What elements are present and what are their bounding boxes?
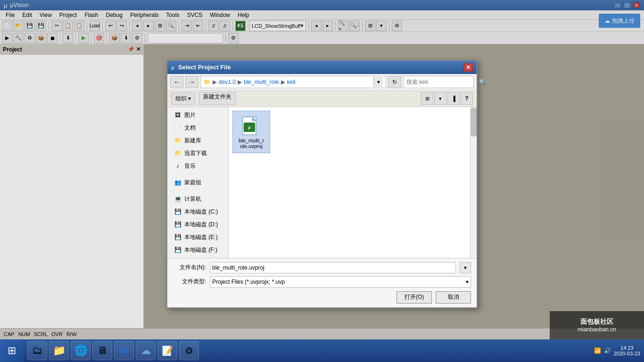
watermark-line1: 面包板社区 [580, 318, 613, 326]
nav-disk-d[interactable]: 💾 本地磁盘 (D:) [167, 218, 228, 231]
nav-disk-f[interactable]: 💾 本地磁盘 (F:) [167, 244, 228, 256]
dialog-footer: 文件名(N): ▾ 文件类型: Project Files (*.uvprojx… [167, 258, 477, 307]
nav-disk-e[interactable]: 💾 本地磁盘 (E:) [167, 231, 228, 244]
screen-icon: 🖥 [97, 345, 107, 357]
scroll-thumb[interactable] [471, 108, 477, 136]
documents-icon: 📄 [174, 124, 182, 132]
start-button[interactable]: ⊞ [0, 339, 24, 362]
dialog-refresh-button[interactable]: ↻ [388, 76, 401, 88]
dialog-search-input[interactable] [406, 79, 477, 85]
taskbar-writer[interactable]: 📝 [157, 341, 177, 360]
taskbar-screen[interactable]: 🖥 [92, 341, 112, 360]
file-dialog: μ Select Project File ✕ ← → 📁 ▶ dev1.0 ▶… [166, 60, 478, 308]
dialog-overlay: μ Select Project File ✕ ← → 📁 ▶ dev1.0 ▶… [0, 0, 644, 339]
dialog-help-button[interactable]: ? [461, 92, 473, 105]
dialog-keil-icon: μ [171, 65, 174, 70]
newlib-icon: 📁 [174, 137, 182, 144]
dialog-action-buttons: 打开(O) 取消 [173, 291, 471, 304]
dialog-back-button[interactable]: ← [170, 76, 183, 88]
nav-newlib-label: 新建库 [184, 137, 201, 145]
taskbar-settings[interactable]: ⚙ [179, 341, 199, 360]
filetype-row: 文件类型: Project Files (*.uvprojx; *.uvp ▾ [173, 276, 471, 288]
uvproj-file-icon: μ [240, 115, 263, 138]
dialog-forward-button[interactable]: → [185, 76, 198, 88]
open-button[interactable]: 打开(O) [396, 291, 432, 304]
dialog-title-bar: μ Select Project File ✕ [167, 61, 477, 74]
taskbar-word[interactable]: W [114, 341, 134, 360]
dialog-close-button[interactable]: ✕ [463, 63, 473, 72]
disk-c-icon: 💾 [174, 208, 182, 215]
uvproj-icon-svg: μ [241, 116, 262, 137]
dialog-action-bar: 组织 ▾ 新建文件夹 ⊞ ▾ ▐ ? [167, 91, 477, 107]
dialog-navigation-panel: 🖼 图片 📄 文档 📁 新建库 📁 迅雷下载 ♪ 音乐 [167, 107, 229, 258]
preview-pane-button[interactable]: ▐ [447, 92, 460, 105]
nav-xunlei[interactable]: 📁 迅雷下载 [167, 147, 228, 160]
cancel-button[interactable]: 取消 [436, 291, 471, 304]
uvproj-file-name: ble_multi_role.uvproj [239, 138, 264, 149]
nav-computer[interactable]: 💻 计算机 [167, 193, 228, 206]
dialog-nav-toolbar: ← → 📁 ▶ dev1.0 ▶ ble_multi_role ▶ keil ▾… [167, 74, 477, 91]
filetype-label: 文件类型: [173, 278, 206, 286]
taskbar-folder[interactable]: 📁 [49, 341, 69, 360]
nav-computer-label: 计算机 [184, 195, 201, 203]
view-buttons: ⊞ ▾ ▐ ? [421, 92, 473, 105]
taskbar-tray: 📶 🔊 14:23 2020-03-23 [594, 345, 644, 356]
filename-label: 文件名(N): [173, 263, 206, 272]
nav-pictures-label: 图片 [184, 111, 196, 119]
filename-input[interactable] [210, 262, 456, 273]
nav-disk-c[interactable]: 💾 本地磁盘 (C:) [167, 206, 228, 218]
disk-d-icon: 💾 [174, 221, 182, 228]
disk-e-icon: 💾 [174, 233, 182, 241]
watermark-line2: mianbaoban.cn [578, 326, 616, 333]
path-root-icon: 📁 [204, 79, 211, 85]
filename-dropdown[interactable]: ▾ [460, 262, 471, 273]
tray-clock: 14:23 2020-03-23 [614, 345, 640, 356]
taskbar-explorer[interactable]: 🗂 [27, 341, 47, 360]
path-dropdown-button[interactable]: ▾ [373, 76, 383, 88]
nav-xunlei-label: 迅雷下载 [184, 149, 207, 157]
help-icon: ? [465, 95, 468, 102]
settings-taskbar-icon: ⚙ [185, 345, 193, 356]
nav-pictures[interactable]: 🖼 图片 [167, 109, 228, 122]
taskbar-baidu[interactable]: ☁ [136, 341, 156, 360]
vertical-scrollbar[interactable] [470, 107, 477, 258]
path-part-keil[interactable]: keil [287, 79, 296, 85]
taskbar: ⊞ 🗂 📁 🌐 🖥 W ☁ 📝 ⚙ 📶 🔊 14:23 [0, 339, 644, 362]
path-separator-1: ▶ [213, 79, 217, 85]
nav-disk-e-label: 本地磁盘 (E:) [184, 233, 218, 241]
view-mode-dropdown-button[interactable]: ▾ [434, 92, 446, 105]
tray-volume-icon[interactable]: 🔊 [604, 347, 611, 354]
nav-separator-1 [167, 173, 228, 176]
nav-homegroup[interactable]: 👥 家庭组 [167, 176, 228, 189]
disk-f-icon: 💾 [174, 246, 182, 254]
nav-newlib[interactable]: 📁 新建库 [167, 134, 228, 147]
tray-network-icon[interactable]: 📶 [594, 347, 601, 354]
dialog-path-bar: 📁 ▶ dev1.0 ▶ ble_multi_role ▶ keil ▾ [200, 76, 386, 88]
start-icon: ⊞ [8, 345, 16, 357]
path-part-dev10[interactable]: dev1.0 [219, 79, 236, 85]
watermark: 面包板社区 mianbaoban.cn [550, 311, 644, 339]
view-mode-icon-button[interactable]: ⊞ [421, 92, 433, 105]
dialog-search-box: 🔍 [403, 76, 474, 88]
filetype-arrow-icon: ▾ [466, 279, 469, 285]
new-folder-button[interactable]: 新建文件夹 [199, 92, 236, 105]
tray-time: 14:23 [614, 345, 640, 351]
dialog-search-icon: 🔍 [479, 79, 486, 85]
path-separator-3: ▶ [281, 79, 285, 85]
file-item-uvproj[interactable]: μ ble_multi_role.uvproj [232, 111, 270, 153]
taskbar-browser[interactable]: 🌐 [71, 341, 91, 360]
path-part-ble[interactable]: ble_multi_role [244, 79, 279, 85]
word-icon: W [120, 346, 129, 356]
nav-music[interactable]: ♪ 音乐 [167, 160, 228, 173]
svg-text:μ: μ [248, 125, 251, 130]
dialog-title: Select Project File [178, 64, 231, 71]
pictures-icon: 🖼 [174, 111, 182, 119]
nav-documents[interactable]: 📄 文档 [167, 122, 228, 134]
organize-button[interactable]: 组织 ▾ [171, 92, 195, 105]
nav-disk-c-label: 本地磁盘 (C:) [184, 208, 218, 216]
folder-icon: 📁 [53, 345, 66, 357]
tray-date: 2020-03-23 [614, 351, 640, 356]
filetype-dropdown[interactable]: Project Files (*.uvprojx; *.uvp ▾ [210, 276, 471, 288]
writer-icon: 📝 [162, 345, 173, 356]
nav-disk-d-label: 本地磁盘 (D:) [184, 221, 218, 229]
